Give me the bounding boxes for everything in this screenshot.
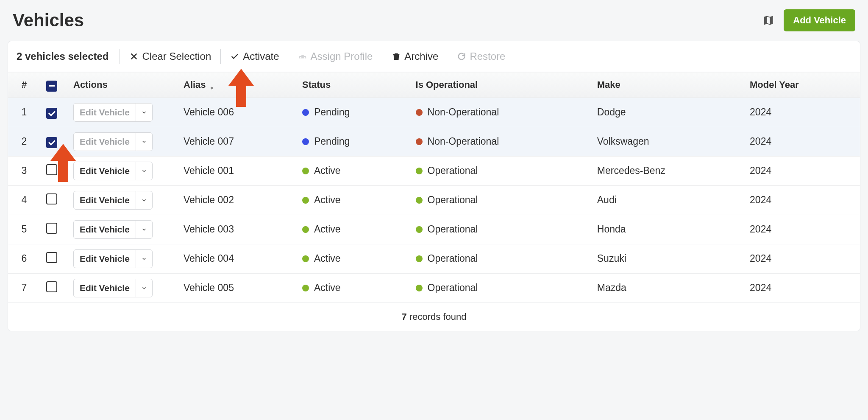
row-check-cell	[40, 156, 67, 185]
row-status: Pending	[296, 127, 410, 156]
row-alias: Vehicle 006	[178, 98, 296, 127]
edit-vehicle-button[interactable]: Edit Vehicle	[73, 191, 153, 210]
column-alias[interactable]: Alias ▲▼	[178, 72, 296, 98]
edit-vehicle-dropdown[interactable]	[136, 162, 152, 180]
column-alias-label: Alias	[184, 79, 206, 90]
edit-vehicle-button[interactable]: Edit Vehicle	[73, 132, 153, 151]
assign-profile-button: Assign Profile	[289, 50, 382, 62]
row-actions-cell: Edit Vehicle	[67, 185, 178, 215]
edit-vehicle-button[interactable]: Edit Vehicle	[73, 220, 153, 239]
activate-button[interactable]: Activate	[221, 50, 288, 62]
row-actions-cell: Edit Vehicle	[67, 215, 178, 244]
status-dot-icon	[302, 168, 309, 174]
row-number: 5	[8, 215, 40, 244]
row-operational: Non-Operational	[410, 127, 591, 156]
chevron-down-icon	[141, 285, 147, 291]
table-row: 3Edit VehicleVehicle 001ActiveOperationa…	[8, 156, 860, 185]
row-actions-cell: Edit Vehicle	[67, 244, 178, 273]
column-make[interactable]: Make	[591, 72, 744, 98]
row-status: Active	[296, 156, 410, 185]
edit-vehicle-button[interactable]: Edit Vehicle	[73, 249, 153, 268]
edit-vehicle-label: Edit Vehicle	[74, 221, 136, 238]
status-dot-icon	[302, 255, 309, 262]
row-operational: Operational	[410, 185, 591, 215]
row-check-cell	[40, 98, 67, 127]
edit-vehicle-dropdown[interactable]	[136, 250, 152, 268]
archive-label: Archive	[404, 50, 438, 62]
edit-vehicle-label: Edit Vehicle	[74, 133, 136, 151]
row-make: Mercedes-Benz	[591, 156, 744, 185]
edit-vehicle-button[interactable]: Edit Vehicle	[73, 103, 153, 122]
row-year: 2024	[744, 215, 860, 244]
row-actions-cell: Edit Vehicle	[67, 98, 178, 127]
vehicles-table: # Actions Alias ▲▼ Status Is Operational…	[8, 72, 860, 303]
operational-dot-icon	[416, 197, 423, 204]
row-year: 2024	[744, 156, 860, 185]
table-row: 2Edit VehicleVehicle 007PendingNon-Opera…	[8, 127, 860, 156]
column-year[interactable]: Model Year	[744, 72, 860, 98]
row-alias: Vehicle 005	[178, 273, 296, 302]
status-dot-icon	[302, 109, 309, 116]
row-operational: Operational	[410, 215, 591, 244]
row-year: 2024	[744, 127, 860, 156]
edit-vehicle-dropdown[interactable]	[136, 104, 152, 121]
edit-vehicle-label: Edit Vehicle	[74, 250, 136, 268]
clear-selection-label: Clear Selection	[142, 50, 211, 62]
restore-label: Restore	[470, 50, 505, 62]
check-icon	[230, 52, 239, 61]
row-alias: Vehicle 004	[178, 244, 296, 273]
column-operational[interactable]: Is Operational	[410, 72, 591, 98]
restore-button: Restore	[448, 50, 515, 62]
records-footer: 7 records found	[8, 303, 860, 331]
row-checkbox[interactable]	[46, 252, 57, 263]
table-row: 7Edit VehicleVehicle 005ActiveOperationa…	[8, 273, 860, 302]
row-checkbox[interactable]	[46, 193, 57, 204]
row-checkbox[interactable]	[46, 281, 57, 292]
edit-vehicle-dropdown[interactable]	[136, 221, 152, 238]
row-make: Honda	[591, 215, 744, 244]
add-vehicle-button[interactable]: Add Vehicle	[784, 9, 855, 31]
edit-vehicle-dropdown[interactable]	[136, 191, 152, 209]
row-checkbox[interactable]	[46, 164, 57, 175]
edit-vehicle-dropdown[interactable]	[136, 133, 152, 151]
records-count: 7	[402, 311, 407, 322]
column-status[interactable]: Status	[296, 72, 410, 98]
refresh-icon	[457, 52, 466, 61]
chevron-down-icon	[141, 197, 147, 203]
chevron-down-icon	[141, 139, 147, 145]
row-operational: Operational	[410, 273, 591, 302]
column-number[interactable]: #	[8, 72, 40, 98]
edit-vehicle-button[interactable]: Edit Vehicle	[73, 279, 153, 297]
row-number: 3	[8, 156, 40, 185]
archive-button[interactable]: Archive	[382, 50, 448, 62]
row-year: 2024	[744, 185, 860, 215]
row-year: 2024	[744, 273, 860, 302]
row-operational: Operational	[410, 244, 591, 273]
table-row: 6Edit VehicleVehicle 004ActiveOperationa…	[8, 244, 860, 273]
row-checkbox[interactable]	[46, 108, 57, 119]
row-alias: Vehicle 002	[178, 185, 296, 215]
edit-vehicle-label: Edit Vehicle	[74, 162, 136, 180]
operational-dot-icon	[416, 109, 423, 116]
row-status: Active	[296, 215, 410, 244]
operational-dot-icon	[416, 168, 423, 174]
assign-profile-label: Assign Profile	[311, 50, 373, 62]
row-make: Audi	[591, 185, 744, 215]
row-make: Suzuki	[591, 244, 744, 273]
row-actions-cell: Edit Vehicle	[67, 156, 178, 185]
clear-selection-button[interactable]: Clear Selection	[120, 50, 220, 62]
row-number: 2	[8, 127, 40, 156]
edit-vehicle-dropdown[interactable]	[136, 279, 152, 297]
row-checkbox[interactable]	[46, 223, 57, 234]
table-row: 5Edit VehicleVehicle 003ActiveOperationa…	[8, 215, 860, 244]
map-icon[interactable]	[762, 14, 774, 26]
selection-toolbar: 2 vehicles selected Clear Selection Acti…	[8, 41, 860, 72]
vehicles-panel: 2 vehicles selected Clear Selection Acti…	[8, 41, 860, 331]
select-all-checkbox[interactable]	[46, 81, 57, 92]
operational-dot-icon	[416, 138, 423, 145]
row-number: 1	[8, 98, 40, 127]
status-dot-icon	[302, 138, 309, 145]
edit-vehicle-button[interactable]: Edit Vehicle	[73, 162, 153, 180]
row-status: Active	[296, 244, 410, 273]
row-checkbox[interactable]	[46, 137, 57, 148]
